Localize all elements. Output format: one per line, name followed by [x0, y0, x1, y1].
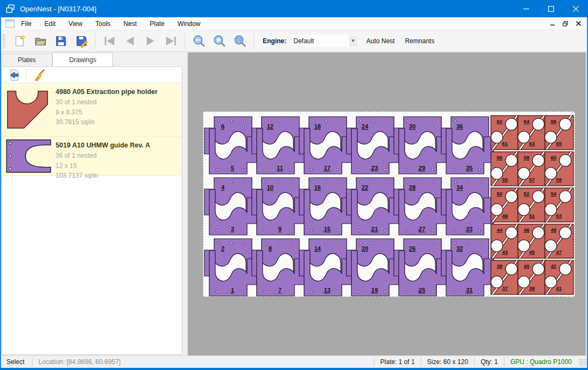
save-as-button[interactable] — [75, 35, 88, 48]
part-number: 35 — [466, 165, 473, 171]
drawing-list-item[interactable]: 5019 A10 UHMW guide Rev. A 36 of 1 neste… — [2, 137, 182, 176]
drawing-area: 103.7137 sq/in — [56, 171, 150, 181]
remnants-button[interactable]: Remnants — [404, 36, 436, 46]
nest-part-pair-purple[interactable]: 3433 — [441, 178, 494, 235]
nest-part-pair-purple[interactable]: 1211 — [252, 117, 304, 174]
part-number: 66 — [551, 118, 557, 124]
nest-part-pair-red[interactable]: 5251 — [518, 188, 546, 222]
nest-part-pair-purple[interactable]: 3635 — [441, 117, 494, 174]
nest-part-pair-red[interactable]: 6665 — [545, 116, 573, 150]
menu-window[interactable]: Window — [171, 17, 207, 30]
nest-part-pair-purple[interactable]: 87 — [252, 239, 304, 296]
mdi-minimize-button[interactable] — [546, 18, 559, 29]
menu-view[interactable]: View — [62, 17, 89, 30]
part-number: 28 — [409, 184, 415, 191]
open-button[interactable] — [34, 35, 47, 48]
nest-part-pair-red[interactable]: 6463 — [518, 116, 546, 150]
part-number: 9 — [278, 226, 282, 232]
nest-part-pair-purple[interactable]: 3029 — [394, 117, 446, 174]
toolbar-grip[interactable] — [3, 34, 6, 48]
part-number: 43 — [502, 249, 508, 255]
drawings-panel: 4980 A05 Extraction pipe holder 30 of 1 … — [1, 66, 182, 355]
nest-part-pair-purple[interactable]: 1817 — [299, 117, 352, 174]
resize-grip[interactable] — [579, 359, 586, 366]
first-arrow-icon — [103, 35, 116, 48]
zoom-fit-button[interactable] — [234, 35, 247, 48]
part-number: 33 — [466, 226, 473, 232]
nest-part-pair-purple[interactable]: 2827 — [394, 178, 446, 235]
part-number: 25 — [419, 287, 425, 293]
mdi-close-icon — [576, 21, 581, 26]
nest-part-pair-purple[interactable]: 1615 — [299, 178, 352, 235]
zoom-out-icon — [193, 35, 206, 48]
window-title: OpenNest - [N0317-004] — [20, 5, 97, 13]
nest-part-pair-red[interactable]: 4039 — [518, 260, 546, 294]
nest-part-pair-purple[interactable]: 65 — [204, 117, 257, 174]
nest-part-pair-red[interactable]: 4847 — [545, 224, 573, 258]
part-number: 2 — [221, 245, 224, 252]
auto-nest-button[interactable]: Auto Nest — [365, 36, 396, 46]
nest-part-pair-purple[interactable]: 21 — [204, 239, 257, 296]
nest-part-pair-red[interactable]: 4241 — [545, 260, 573, 294]
save-button[interactable] — [54, 35, 67, 48]
nest-part-pair-red[interactable]: 6261 — [491, 116, 519, 150]
new-file-icon — [13, 35, 26, 48]
nest-part-pair-red[interactable]: 6059 — [545, 152, 573, 186]
tab-plates[interactable]: Plates — [1, 53, 52, 66]
nest-part-pair-red[interactable]: 4443 — [491, 224, 519, 258]
nest-part-pair-red[interactable]: 5655 — [491, 152, 519, 186]
close-button[interactable] — [563, 0, 588, 17]
nest-canvas[interactable]: 6512111817242330293635431091615222128273… — [188, 52, 586, 355]
zoom-out-button[interactable] — [193, 35, 206, 48]
nest-part-pair-purple[interactable]: 3231 — [441, 239, 494, 296]
menu-edit[interactable]: Edit — [38, 17, 62, 30]
mdi-close-button[interactable] — [572, 18, 585, 29]
part-number: 61 — [502, 140, 508, 146]
nest-part-pair-purple[interactable]: 2625 — [394, 239, 446, 296]
nest-part-pair-purple[interactable]: 43 — [204, 178, 257, 235]
part-number: 26 — [409, 245, 415, 252]
part-number: 58 — [524, 154, 530, 160]
minimize-button[interactable] — [514, 0, 538, 17]
drawing-thumbnail — [2, 137, 56, 176]
part-number: 49 — [502, 213, 508, 219]
engine-dropdown[interactable]: Default ▼ — [291, 35, 357, 47]
nest-part-pair-purple[interactable]: 1413 — [299, 239, 352, 296]
menu-file[interactable]: File — [15, 17, 38, 30]
menu-plate[interactable]: Plate — [143, 17, 171, 30]
next-arrow-icon — [144, 35, 157, 48]
mdi-restore-button[interactable] — [559, 18, 572, 29]
nest-part-pair-red[interactable]: 3837 — [491, 260, 519, 294]
nest-part-pair-purple[interactable]: 109 — [252, 178, 304, 235]
previous-plate-button[interactable] — [124, 35, 136, 48]
clean-button[interactable] — [32, 68, 46, 82]
nest-part-pair-purple[interactable]: 2221 — [346, 178, 399, 235]
zoom-in-button[interactable] — [213, 35, 226, 48]
drawing-list-item[interactable]: 4980 A05 Extraction pipe holder 30 of 1 … — [2, 83, 182, 137]
first-plate-button[interactable] — [103, 35, 116, 48]
part-number: 51 — [529, 213, 535, 219]
part-number: 22 — [361, 184, 368, 191]
part-number: 23 — [371, 165, 378, 171]
menu-tools[interactable]: Tools — [89, 17, 117, 30]
part-number: 14 — [314, 245, 321, 252]
tab-drawings[interactable]: Drawings — [52, 52, 113, 66]
last-plate-button[interactable] — [165, 35, 177, 48]
nest-part-pair-red[interactable]: 5857 — [518, 152, 546, 186]
window-border-bottom — [0, 368, 588, 370]
next-plate-button[interactable] — [144, 35, 157, 48]
nest-part-pair-red[interactable]: 5453 — [545, 188, 573, 222]
part-number: 10 — [267, 184, 274, 191]
new-button[interactable] — [13, 35, 26, 48]
nest-part-pair-red[interactable]: 4645 — [518, 224, 546, 258]
maximize-button[interactable] — [538, 0, 563, 17]
send-back-button[interactable] — [7, 68, 21, 82]
menu-nest[interactable]: Nest — [117, 17, 143, 30]
plate-sheet[interactable]: 6512111817242330293635431091615222128273… — [203, 111, 575, 297]
part-number: 62 — [497, 118, 503, 124]
nest-part-pair-red[interactable]: 5049 — [491, 188, 519, 222]
drawing-nested-count: 36 of 1 nested — [56, 151, 150, 161]
nest-part-pair-purple[interactable]: 2019 — [346, 239, 399, 296]
part-number: 24 — [361, 123, 368, 130]
nest-part-pair-purple[interactable]: 2423 — [346, 117, 399, 174]
